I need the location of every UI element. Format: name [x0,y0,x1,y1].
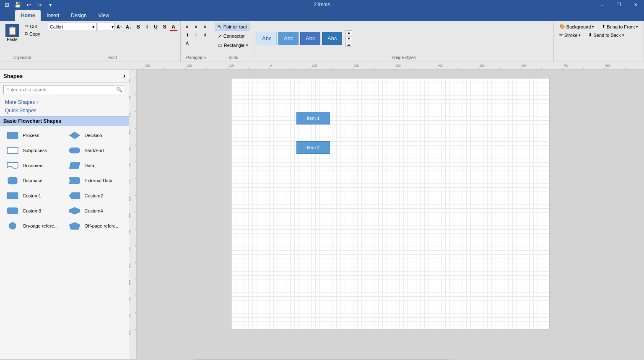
styles-scroll-down[interactable]: ▼ [345,36,352,41]
diagram-item-2[interactable]: Item 2 [296,141,330,154]
svg-text:450: 450 [129,213,131,218]
canvas-grid [231,78,549,329]
dropdown-icon[interactable]: ▾ [45,0,55,9]
diagram-item-1[interactable]: Item 1 [296,112,330,124]
canvas-area[interactable]: Item 1Item 2 [137,70,644,359]
italic-button[interactable]: I [143,23,151,31]
shape-item-custom2[interactable]: Custom2 [65,190,126,202]
search-input[interactable] [6,87,116,92]
app-grid-icon[interactable]: ⊞ [2,0,12,9]
shape-style-3[interactable]: Abc [300,32,320,45]
shapes-links: More Shapes › Quick Shapes [0,97,129,116]
shape-label: Custom2 [85,193,103,198]
window-controls: – ❒ ✕ [594,0,644,9]
shape-item-custom4[interactable]: Custom4 [65,205,126,217]
increase-font-button[interactable]: A↑ [115,23,124,31]
font-size-dropdown-icon[interactable]: ▾ [112,24,114,30]
svg-text:750: 750 [129,314,131,319]
shape-item-decision[interactable]: Decision [65,129,126,141]
shape-item-data[interactable]: Data [65,160,126,171]
ruler-horizontal: -300-200-1000100200300400500600700800900… [139,62,644,69]
shape-thumb-document [5,161,20,171]
align-top-button[interactable]: ⬆ [183,31,192,39]
background-button[interactable]: 🎨 Background ▾ [556,23,597,31]
svg-text:50: 50 [129,79,131,82]
tab-design[interactable]: Design [65,10,92,21]
svg-point-63 [9,223,16,229]
tools-group: ↖ Pointer tool ↗ Connector ▭ Rectangle ▾… [212,21,254,62]
more-shapes-link[interactable]: More Shapes › [3,98,125,106]
shape-item-custom1[interactable]: Custom1 [3,190,64,202]
font-size-input[interactable] [100,24,112,29]
font-size-selector[interactable]: ▾ [98,23,114,31]
search-icon[interactable]: 🔍 [116,87,122,93]
paste-button[interactable]: 📋 Paste [3,23,22,43]
ruler-corner [0,62,139,69]
styles-scroll-up[interactable]: ▲ [345,30,352,35]
close-button[interactable]: ✕ [627,0,644,9]
shape-label: Custom3 [23,208,41,213]
collapse-panel-button[interactable]: › [123,72,125,80]
shape-item-database[interactable]: Database [3,175,64,186]
svg-text:400: 400 [438,64,443,67]
send-to-back-button[interactable]: ⬇ Send to Back ▾ [585,31,627,39]
tab-home[interactable]: Home [15,10,41,21]
font-name-input[interactable] [50,24,92,29]
font-color-button[interactable]: A [169,23,178,31]
save-icon[interactable]: 💾 [13,0,23,9]
bring-to-front-button[interactable]: ⬆ Bring to Front ▾ [599,23,641,31]
text-direction-button[interactable]: A [183,39,192,47]
svg-text:100: 100 [312,64,317,67]
shape-item-process[interactable]: Process [3,129,64,141]
shape-item-external-data[interactable]: External Data [65,175,126,186]
align-middle-button[interactable]: ↕ [192,31,200,39]
cut-icon: ✂ [25,23,29,29]
shape-item-on-page-refere---[interactable]: On-page refere... [3,220,64,232]
align-left-button[interactable]: ≡ [183,23,192,30]
restore-button[interactable]: ❒ [610,0,627,9]
search-container: 🔍 [3,85,125,94]
redo-icon[interactable]: ↪ [34,0,44,9]
shape-style-4[interactable]: Abc [322,32,342,45]
svg-text:550: 550 [129,247,131,251]
minimize-button[interactable]: – [594,0,610,9]
tools-label: Tools [212,55,254,60]
quick-shapes-link[interactable]: Quick Shapes [3,107,125,114]
align-right-button[interactable]: ≡ [201,23,209,30]
tab-insert[interactable]: Insert [41,10,65,21]
tab-view[interactable]: View [93,10,115,21]
svg-text:300: 300 [129,163,131,168]
font-dropdown-icon[interactable]: ▾ [92,24,95,30]
decrease-font-button[interactable]: A↓ [125,23,133,31]
underline-button[interactable]: U [152,23,160,31]
bold-button[interactable]: B [134,23,143,31]
connector-button[interactable]: ↗ Connector [215,32,248,40]
align-center-button[interactable]: ≡ [192,23,200,30]
styles-expand[interactable]: ☰ [345,42,352,47]
rectangle-button[interactable]: ▭ Rectangle ▾ [215,41,252,49]
svg-text:-300: -300 [144,64,150,67]
pointer-tool-button[interactable]: ↖ Pointer tool [215,23,250,31]
shape-item-custom3[interactable]: Custom3 [3,205,64,217]
shape-item-off-page-refere---[interactable]: Off-page refere... [65,220,126,232]
shape-label: Off-page refere... [85,223,120,228]
strikethrough-button[interactable]: S [161,23,169,31]
font-name-selector[interactable]: ▾ [48,23,97,31]
shape-item-subprocess[interactable]: Subprocess [3,145,64,156]
shape-style-1[interactable]: Abc [257,32,277,45]
shape-thumb-rect [5,130,20,140]
shape-style-2[interactable]: Abc [278,32,299,45]
undo-icon[interactable]: ↩ [23,0,34,9]
svg-text:200: 200 [129,129,131,134]
copy-button[interactable]: ⧉ Copy [23,30,42,37]
cut-button[interactable]: ✂ Cut [23,23,42,30]
ribbon-tabs: Home Insert Design View [0,9,644,21]
shape-item-start-end[interactable]: Start/End [65,145,126,156]
shape-item-document[interactable]: Document [3,160,64,171]
shape-thumb-parallelogram [67,161,82,171]
connector-icon: ↗ [218,33,222,39]
align-bottom-button[interactable]: ⬇ [201,31,209,39]
shape-thumb-custom3 [5,206,20,216]
stroke-button[interactable]: ✏ Stroke ▾ [556,31,584,39]
shape-thumb-diamond [67,130,82,140]
